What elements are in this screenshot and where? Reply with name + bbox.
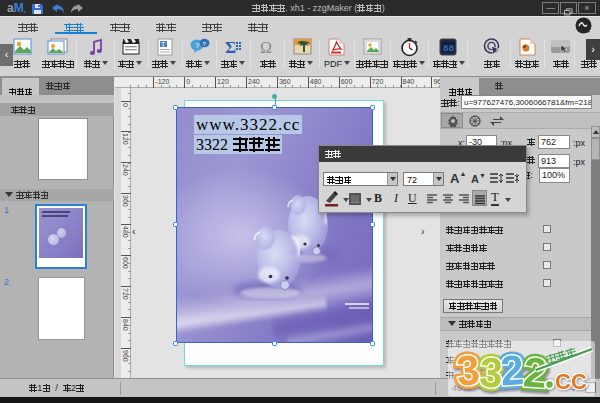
svg-text:T: T <box>161 41 166 48</box>
svg-text:?: ? <box>195 41 200 50</box>
svg-text:88: 88 <box>443 44 454 54</box>
svg-text:Ω: Ω <box>260 39 272 56</box>
svg-text:2: 2 <box>522 348 549 397</box>
svg-text:CC: CC <box>555 369 587 394</box>
svg-text:Σ: Σ <box>225 38 236 56</box>
